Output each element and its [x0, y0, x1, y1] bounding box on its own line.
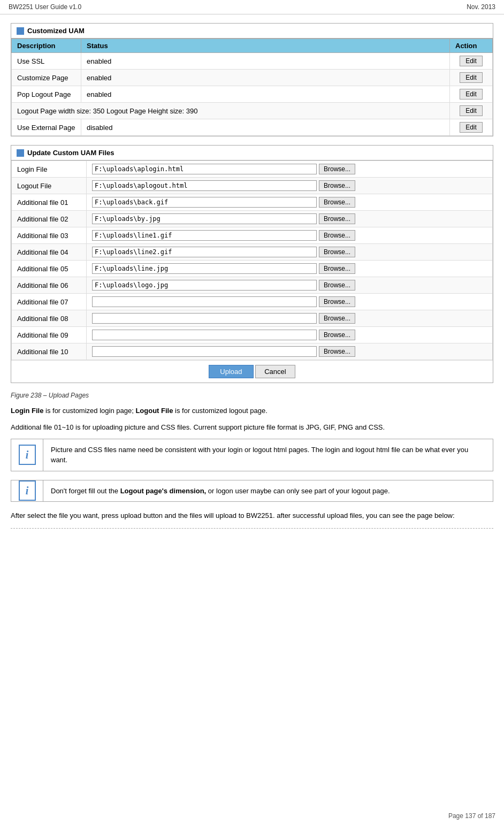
file-input-cell: Browse...: [87, 211, 493, 227]
file-input-cell: Browse...: [87, 310, 493, 327]
browse-button[interactable]: Browse...: [319, 164, 355, 174]
desc-cell: Customize Page: [12, 70, 81, 86]
browse-button[interactable]: Browse...: [319, 247, 355, 257]
file-input-cell: Browse...: [87, 261, 493, 277]
upload-button[interactable]: Upload: [209, 365, 253, 378]
browse-button[interactable]: Browse...: [319, 213, 355, 224]
file-label-cell: Login File: [12, 161, 87, 178]
browse-button[interactable]: Browse...: [319, 197, 355, 208]
login-file-label: Login File: [11, 407, 43, 415]
customized-uam-table: Description Status Action Use SSL enable…: [11, 39, 493, 136]
file-path-input[interactable]: [92, 213, 317, 224]
browse-button[interactable]: Browse...: [319, 180, 355, 191]
info-icon-1: i: [19, 445, 36, 465]
table-row: Customize Page enabled Edit: [12, 70, 493, 86]
status-cell: disabled: [81, 119, 450, 136]
browse-button[interactable]: Browse...: [319, 263, 355, 274]
action-cell: Edit: [450, 119, 493, 136]
page-header: BW2251 User Guide v1.0 Nov. 2013: [0, 0, 504, 14]
file-label-cell: Additional file 02: [12, 211, 87, 227]
table-row: Additional file 03 Browse...: [12, 227, 493, 244]
file-path-input[interactable]: [92, 313, 317, 324]
update-uam-files-panel: Update Custom UAM Files Login File Brows…: [11, 145, 493, 383]
body-text-3: After select the file you want, press up…: [11, 510, 493, 522]
table-row: Logout File Browse...: [12, 178, 493, 194]
page-content: Customized UAM Description Status Action…: [0, 14, 504, 539]
file-label-cell: Additional file 04: [12, 244, 87, 261]
file-path-input[interactable]: [92, 230, 317, 241]
doc-title: BW2251 User Guide v1.0: [9, 3, 81, 11]
edit-button[interactable]: Edit: [460, 122, 483, 133]
file-label-cell: Additional file 05: [12, 261, 87, 277]
col-header-status: Status: [81, 39, 450, 53]
table-row: Pop Logout Page enabled Edit: [12, 86, 493, 103]
file-label-cell: Additional file 06: [12, 277, 87, 294]
file-label-cell: Logout File: [12, 178, 87, 194]
body-text-1: Login File is for customized login page;…: [11, 406, 493, 417]
browse-button[interactable]: Browse...: [319, 296, 355, 307]
file-path-input[interactable]: [92, 296, 317, 307]
edit-button[interactable]: Edit: [460, 56, 483, 66]
table-row: Additional file 07 Browse...: [12, 294, 493, 310]
file-input-cell: Browse...: [87, 277, 493, 294]
table-row: Additional file 01 Browse...: [12, 194, 493, 211]
info-icon-2: i: [19, 480, 36, 501]
table-row: Use SSL enabled Edit: [12, 53, 493, 70]
file-input-cell: Browse...: [87, 294, 493, 310]
col-header-description: Description: [12, 39, 81, 53]
table-row: Additional file 04 Browse...: [12, 244, 493, 261]
table-row: Login File Browse...: [12, 161, 493, 178]
browse-button[interactable]: Browse...: [319, 280, 355, 291]
status-cell: enabled: [81, 86, 450, 103]
action-cell: Edit: [450, 53, 493, 70]
table-row: Logout Page width size: 350 Logout Page …: [12, 103, 493, 119]
panel2-icon: [17, 149, 24, 157]
note-icon-cell-1: i: [11, 439, 43, 471]
figure-caption: Figure 238 – Upload Pages: [11, 392, 493, 399]
action-cell: Edit: [450, 103, 493, 119]
table-row: Additional file 05 Browse...: [12, 261, 493, 277]
file-path-input[interactable]: [92, 247, 317, 257]
file-path-input[interactable]: [92, 180, 317, 191]
page-number: Page 137 of 187: [448, 812, 495, 820]
file-label-cell: Additional file 09: [12, 327, 87, 343]
browse-button[interactable]: Browse...: [319, 330, 355, 340]
status-cell: enabled: [81, 70, 450, 86]
note-box-1: i Picture and CSS files name need be con…: [11, 439, 493, 471]
file-path-input[interactable]: [92, 263, 317, 274]
file-input-cell: Browse...: [87, 227, 493, 244]
note-icon-cell-2: i: [11, 480, 43, 502]
panel-icon: [17, 27, 24, 35]
table-row: Use External Page disabled Edit: [12, 119, 493, 136]
cancel-button[interactable]: Cancel: [255, 365, 295, 378]
browse-button[interactable]: Browse...: [319, 230, 355, 241]
file-upload-table: Login File Browse... Logout File Browse.…: [11, 161, 493, 360]
table-row: Additional file 02 Browse...: [12, 211, 493, 227]
file-input-cell: Browse...: [87, 327, 493, 343]
note-text-2: Don't forget fill out the Logout page's …: [43, 480, 398, 502]
file-label-cell: Additional file 10: [12, 343, 87, 360]
body-text-2: Additional file 01~10 is for uploading p…: [11, 422, 493, 433]
action-cell: Edit: [450, 70, 493, 86]
edit-button[interactable]: Edit: [460, 105, 483, 116]
file-path-input[interactable]: [92, 164, 317, 174]
file-path-input[interactable]: [92, 197, 317, 208]
status-cell: enabled: [81, 53, 450, 70]
doc-date: Nov. 2013: [467, 3, 495, 11]
desc-cell: Use External Page: [12, 119, 81, 136]
file-path-input[interactable]: [92, 346, 317, 357]
upload-button-row: Upload Cancel: [11, 360, 493, 383]
browse-button[interactable]: Browse...: [319, 313, 355, 324]
file-path-input[interactable]: [92, 330, 317, 340]
file-path-input[interactable]: [92, 280, 317, 291]
note-box-2: i Don't forget fill out the Logout page'…: [11, 480, 493, 502]
table-row: Additional file 09 Browse...: [12, 327, 493, 343]
customized-uam-title: Customized UAM: [11, 24, 493, 39]
browse-button[interactable]: Browse...: [319, 346, 355, 357]
file-label-cell: Additional file 07: [12, 294, 87, 310]
file-label-cell: Additional file 01: [12, 194, 87, 211]
edit-button[interactable]: Edit: [460, 72, 483, 83]
file-input-cell: Browse...: [87, 178, 493, 194]
edit-button[interactable]: Edit: [460, 89, 483, 100]
update-uam-files-title: Update Custom UAM Files: [11, 146, 493, 161]
